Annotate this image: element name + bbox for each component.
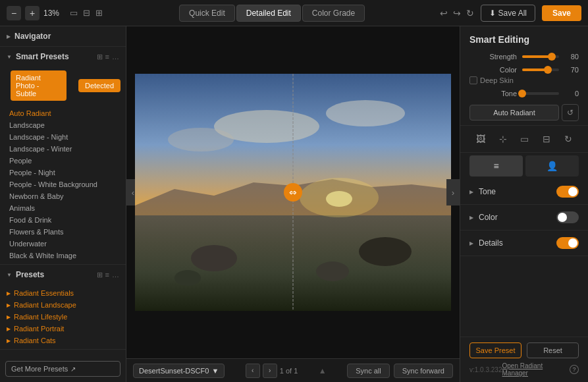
preset-item-bw[interactable]: Black & White Image [0, 250, 126, 261]
strength-track[interactable] [522, 55, 559, 58]
preset-item-food-drink[interactable]: Food & Drink [0, 214, 126, 226]
reset-button[interactable]: Reset [527, 342, 579, 358]
smart-presets-header[interactable]: ▼ Smart Presets ⊞ ≡ … [0, 47, 126, 67]
open-radiant-manager-link[interactable]: Open Radiant Manager [502, 362, 570, 377]
more-icon[interactable]: … [112, 53, 119, 61]
filename-selector[interactable]: DesertSunset-DSCF0 ▼ [133, 364, 225, 378]
preset-item-people[interactable]: People [0, 155, 126, 167]
presets-more-icon[interactable]: … [112, 271, 119, 279]
sync-forward-button[interactable]: Sync forward [394, 364, 453, 378]
color-section: ▶ Color [460, 205, 588, 231]
svg-point-3 [191, 245, 237, 271]
split-handle[interactable]: ⇔ [284, 183, 302, 202]
preset-item-underwater[interactable]: Underwater [0, 238, 126, 250]
presets-grid-icon[interactable]: ⊞ [97, 271, 103, 279]
preset-groups-list: ▶Radiant Essentials ▶Radiant Landscape ▶… [0, 285, 126, 349]
color-toggle[interactable] [556, 211, 579, 223]
color-thumb [544, 66, 552, 74]
save-all-button[interactable]: ⬇ Save All [481, 5, 535, 22]
save-button[interactable]: Save [542, 5, 581, 21]
preset-group-essentials[interactable]: ▶Radiant Essentials [0, 287, 126, 299]
undo-button[interactable]: ↩ [440, 8, 448, 18]
get-more-presets-button[interactable]: Get More Presets ↗ [5, 361, 120, 377]
grid-icon[interactable]: ⊞ [97, 53, 103, 61]
mask-tool-icon[interactable]: ▭ [518, 131, 531, 147]
auto-radiant-button[interactable]: Auto Radiant [469, 105, 559, 121]
details-section-left: ▶ Details [469, 238, 503, 248]
presets-icons: ⊞ ≡ … [97, 271, 119, 279]
bottom-arrow-icon: ▲ [319, 366, 327, 375]
reset-icon-button[interactable]: ↺ [562, 104, 579, 121]
help-icon[interactable]: ? [570, 365, 579, 374]
bottom-btns: Save Preset Reset [469, 342, 579, 358]
preset-item-people-white-bg[interactable]: People - White Background [0, 178, 126, 190]
redo-button[interactable]: ↪ [453, 8, 461, 18]
sync-all-button[interactable]: Sync all [347, 364, 390, 378]
main-image: ⇔ [135, 74, 451, 311]
external-link-icon: ↗ [70, 366, 76, 373]
next-image-button[interactable]: › [263, 364, 277, 378]
tab-color-grade[interactable]: Color Grade [302, 5, 365, 22]
svg-point-5 [359, 237, 412, 266]
zoom-plus-button[interactable]: + [25, 6, 40, 20]
save-preset-button[interactable]: Save Preset [469, 342, 521, 358]
color-label: Color [469, 66, 517, 74]
tab-quick-edit[interactable]: Quick Edit [179, 5, 235, 22]
preset-item-landscape-winter[interactable]: Landscape - Winter [0, 143, 126, 155]
presets-list-icon[interactable]: ≡ [105, 271, 109, 279]
preset-group-cats[interactable]: ▶Radiant Cats [0, 335, 126, 346]
preset-item-landscape[interactable]: Landscape [0, 119, 126, 131]
nav-controls: ‹ › 1 of 1 [246, 364, 298, 378]
navigator-header[interactable]: ▶ Navigator [0, 26, 126, 46]
tab-detailed-edit[interactable]: Detailed Edit [236, 5, 301, 22]
right-nav-button[interactable]: › [446, 179, 460, 205]
sliders-tab-icon[interactable]: ≡ [469, 155, 523, 177]
single-view-icon[interactable]: ▭ [68, 7, 79, 19]
preset-item-flowers[interactable]: Flowers & Plants [0, 226, 126, 238]
rotate-tool-icon[interactable]: ↻ [562, 131, 575, 147]
preset-list: Auto Radiant Landscape Landscape - Night… [0, 105, 126, 264]
zoom-minus-button[interactable]: − [7, 6, 21, 20]
preset-item-animals[interactable]: Animals [0, 202, 126, 214]
tone-track[interactable] [522, 92, 559, 95]
compare-tool-icon[interactable]: ⊟ [540, 131, 553, 147]
detected-button[interactable]: Detected [78, 79, 120, 92]
color-section-header[interactable]: ▶ Color [460, 205, 588, 230]
details-toggle[interactable] [556, 237, 579, 249]
color-section-label: Color [479, 213, 498, 222]
image-tool-icon[interactable]: 🖼 [473, 131, 488, 147]
preset-item-auto-radiant[interactable]: Auto Radiant [0, 107, 126, 119]
details-section-header[interactable]: ▶ Details [460, 231, 588, 256]
page-info: 1 of 1 [280, 367, 298, 375]
split-view-icon[interactable]: ⊟ [82, 7, 92, 19]
deep-skin-checkbox[interactable] [469, 76, 477, 84]
tone-toggle[interactable] [556, 186, 579, 198]
tone-arrow-icon: ▶ [469, 189, 473, 195]
refresh-button[interactable]: ↻ [466, 8, 474, 18]
top-bar-right: ↩ ↪ ↻ ⬇ Save All Save [440, 5, 581, 22]
filename-text: DesertSunset-DSCF0 [139, 367, 209, 375]
color-track[interactable] [522, 68, 559, 71]
version-text: v:1.0.3.232 [469, 366, 502, 373]
top-bar: − + 13% ▭ ⊟ ⊞ Quick Edit Detailed Edit C… [0, 0, 588, 26]
preset-item-people-night[interactable]: People - Night [0, 167, 126, 178]
crop-tool-icon[interactable]: ⊹ [496, 131, 510, 147]
auto-radiant-row: Auto Radiant ↺ [460, 100, 588, 125]
preset-item-newborn[interactable]: Newborn & Baby [0, 190, 126, 202]
prev-image-button[interactable]: ‹ [246, 364, 260, 378]
preset-item-landscape-night[interactable]: Landscape - Night [0, 131, 126, 143]
preset-dropdown[interactable]: Radiant Photo - Subtle [11, 70, 67, 101]
view-icons: ▭ ⊟ ⊞ [68, 7, 104, 19]
presets-header[interactable]: ▼ Presets ⊞ ≡ … [0, 265, 126, 285]
tone-section-header[interactable]: ▶ Tone [460, 179, 588, 204]
list-icon[interactable]: ≡ [105, 53, 109, 61]
preset-group-lifestyle[interactable]: ▶Radiant Lifestyle [0, 311, 126, 323]
preset-group-landscape[interactable]: ▶Radiant Landscape [0, 299, 126, 311]
grid-view-icon[interactable]: ⊞ [94, 7, 104, 19]
navigator-title: Navigator [14, 32, 119, 41]
tool-icons-row: 🖼 ⊹ ▭ ⊟ ↻ [460, 125, 588, 153]
presets-arrow: ▼ [7, 272, 12, 278]
preset-group-portrait[interactable]: ▶Radiant Portrait [0, 323, 126, 335]
main-area: ▶ Navigator ▼ Smart Presets ⊞ ≡ … Radian… [0, 26, 588, 382]
person-tab-icon[interactable]: 👤 [525, 155, 579, 177]
